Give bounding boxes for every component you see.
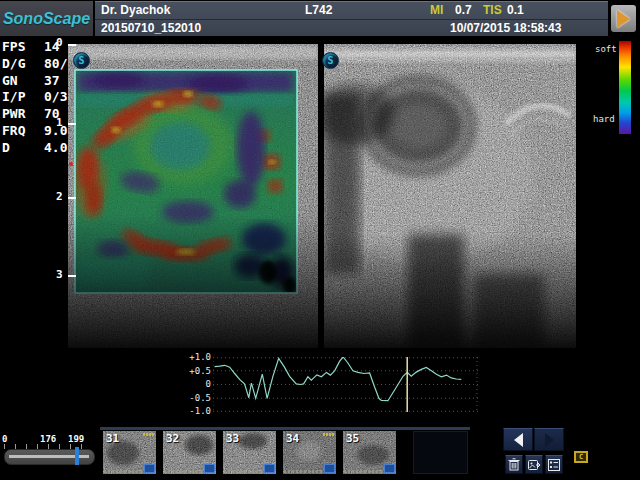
prev-page-button[interactable] xyxy=(503,428,533,451)
thumbnail-empty-slot xyxy=(413,431,468,474)
arrow-left-icon xyxy=(514,433,523,447)
bmode-svg xyxy=(324,44,576,348)
next-page-button[interactable] xyxy=(534,428,564,451)
bmode-image[interactable]: S xyxy=(324,44,576,348)
thumbnail-strip-scrollbar[interactable] xyxy=(100,427,470,430)
thumbnail-35[interactable]: 35 xyxy=(343,431,396,474)
brand-name: SonoScape xyxy=(3,10,90,28)
clip-toolbar xyxy=(505,455,563,474)
thumb-type-icon xyxy=(384,464,395,473)
elasticity-soft-label: soft xyxy=(595,44,617,54)
thumb-type-icon xyxy=(324,464,335,473)
probe-orientation-button[interactable] xyxy=(611,5,636,32)
ultrasound-screen: SonoScape Dr. Dyachok L742 MI 0.7 TIS 0.… xyxy=(0,0,640,480)
info-row-top: Dr. Dyachok L742 MI 0.7 TIS 0.1 xyxy=(95,2,608,20)
datetime: 10/07/2015 18:58:43 xyxy=(450,21,561,35)
tis-label: TIS xyxy=(483,3,502,17)
thumb-type-icon xyxy=(204,464,215,473)
thumbnail-31[interactable]: 31 xyxy=(103,431,156,474)
exam-id: 20150710_152010 xyxy=(101,21,201,35)
strain-curve-line xyxy=(215,357,462,401)
gray-map-slider[interactable] xyxy=(75,447,79,465)
strain-graph xyxy=(213,357,478,412)
brand-logo: SonoScape xyxy=(0,1,93,36)
tis-value: 0.1 xyxy=(507,3,524,17)
export-image-icon xyxy=(528,459,541,471)
elastography-svg xyxy=(68,44,318,348)
thumbnail-34[interactable]: 34 xyxy=(283,431,336,474)
thumb-type-icon xyxy=(264,464,275,473)
trash-icon xyxy=(508,458,520,471)
thumb-annotation xyxy=(323,433,334,436)
exam-info-bar: Dr. Dyachok L742 MI 0.7 TIS 0.1 20150710… xyxy=(95,1,608,36)
probe-model: L742 xyxy=(305,3,332,17)
strain-grid xyxy=(213,357,478,412)
elastography-image[interactable]: S xyxy=(68,44,318,348)
sonoscape-s-logo: S xyxy=(73,52,90,69)
thumb-caption xyxy=(284,470,324,473)
focus-marker xyxy=(69,162,73,166)
list-icon xyxy=(548,459,560,471)
probe-orientation-icon xyxy=(617,10,630,28)
thumb-type-icon xyxy=(144,464,155,473)
info-row-bottom: 20150710_152010 10/07/2015 18:58:43 xyxy=(95,20,608,36)
elasticity-hard-label: hard xyxy=(593,114,615,124)
patient-name: Dr. Dyachok xyxy=(101,3,170,17)
thumbnail-32[interactable]: 32 xyxy=(163,431,216,474)
thumb-caption xyxy=(344,470,384,473)
arrow-right-icon xyxy=(545,433,554,447)
storage-indicator: C xyxy=(574,451,588,463)
thumb-caption xyxy=(224,470,264,473)
sonoscape-s-logo: S xyxy=(322,52,339,69)
strain-graph-ylabels: +1.0 +0.5 0 -0.5 -1.0 xyxy=(181,350,211,414)
thumbnail-33[interactable]: 33 xyxy=(223,431,276,474)
thumbnail-nav xyxy=(503,428,565,451)
grayscale-map-control: 0 176 199 xyxy=(2,434,96,466)
thumb-caption xyxy=(104,470,144,473)
review-list-button[interactable] xyxy=(545,455,563,474)
strain-curve-svg xyxy=(213,357,478,412)
export-image-button[interactable] xyxy=(525,455,543,474)
delete-button[interactable] xyxy=(505,455,523,474)
thumb-annotation xyxy=(143,433,154,436)
gray-map-bar xyxy=(4,449,95,465)
elasticity-color-scale xyxy=(619,41,631,134)
header-bar: SonoScape Dr. Dyachok L742 MI 0.7 TIS 0.… xyxy=(0,0,640,38)
thumb-caption xyxy=(164,470,204,473)
mi-value: 0.7 xyxy=(455,3,472,17)
mi-label: MI xyxy=(430,3,443,17)
